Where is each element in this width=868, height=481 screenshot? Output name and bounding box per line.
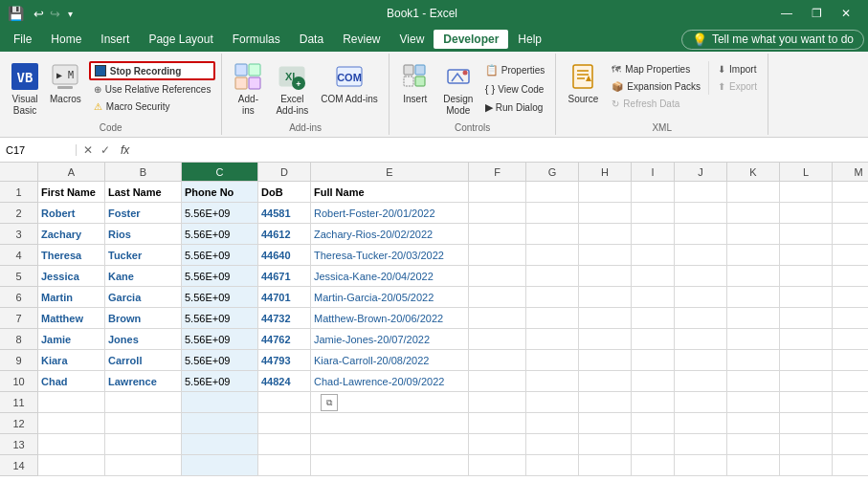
cell-a13[interactable] xyxy=(38,434,105,455)
cell-l14[interactable] xyxy=(780,455,833,476)
row-header-1[interactable]: 1 xyxy=(0,182,38,203)
cell-j1[interactable] xyxy=(675,182,727,203)
minimize-button[interactable]: — xyxy=(771,3,802,24)
cell-h9[interactable] xyxy=(579,350,632,371)
cell-k8[interactable] xyxy=(727,329,780,350)
cell-l13[interactable] xyxy=(780,434,833,455)
col-header-a[interactable]: A xyxy=(38,163,105,182)
col-header-g[interactable]: G xyxy=(526,163,579,182)
menu-formulas[interactable]: Formulas xyxy=(223,30,290,49)
row-header-6[interactable]: 6 xyxy=(0,287,38,308)
menu-insert[interactable]: Insert xyxy=(91,30,139,49)
cell-i14[interactable] xyxy=(632,455,675,476)
cell-f3[interactable] xyxy=(469,224,526,245)
cell-h8[interactable] xyxy=(579,329,632,350)
view-code-button[interactable]: { } View Code xyxy=(480,80,550,98)
stop-recording-button[interactable]: Stop Recording xyxy=(89,61,216,80)
cell-b11[interactable] xyxy=(105,392,182,413)
refresh-data-button[interactable]: ↻ Refresh Data xyxy=(607,96,705,112)
cell-d1[interactable]: DoB xyxy=(258,182,311,203)
cell-i6[interactable] xyxy=(632,287,675,308)
cell-j2[interactable] xyxy=(675,203,727,224)
cell-i1[interactable] xyxy=(632,182,675,203)
cell-l3[interactable] xyxy=(780,224,833,245)
paste-options-icon[interactable]: ⧉ xyxy=(321,394,338,411)
cell-g9[interactable] xyxy=(526,350,579,371)
row-header-11[interactable]: 11 xyxy=(0,392,38,413)
cell-f14[interactable] xyxy=(469,455,526,476)
row-header-13[interactable]: 13 xyxy=(0,434,38,455)
cell-a4[interactable]: Theresa xyxy=(38,245,105,266)
com-add-ins-button[interactable]: COM COM Add-ins xyxy=(316,57,382,109)
cell-k1[interactable] xyxy=(727,182,780,203)
cell-k10[interactable] xyxy=(727,371,780,392)
cell-d5[interactable]: 44671 xyxy=(258,266,311,287)
cell-d7[interactable]: 44732 xyxy=(258,308,311,329)
cell-h1[interactable] xyxy=(579,182,632,203)
cell-m8[interactable] xyxy=(833,329,868,350)
run-dialog-button[interactable]: ▶ Run Dialog xyxy=(480,98,550,117)
cell-b3[interactable]: Rios xyxy=(105,224,182,245)
row-header-10[interactable]: 10 xyxy=(0,371,38,392)
cell-h2[interactable] xyxy=(579,203,632,224)
cell-i3[interactable] xyxy=(632,224,675,245)
cell-j4[interactable] xyxy=(675,245,727,266)
cell-f6[interactable] xyxy=(469,287,526,308)
cell-m5[interactable] xyxy=(833,266,868,287)
col-header-b[interactable]: B xyxy=(105,163,182,182)
cell-d2[interactable]: 44581 xyxy=(258,203,311,224)
cell-f10[interactable] xyxy=(469,371,526,392)
cell-f2[interactable] xyxy=(469,203,526,224)
cell-c12[interactable] xyxy=(182,413,258,434)
cell-f7[interactable] xyxy=(469,308,526,329)
cell-b13[interactable] xyxy=(105,434,182,455)
cell-a14[interactable] xyxy=(38,455,105,476)
col-header-j[interactable]: J xyxy=(675,163,727,182)
add-ins-button[interactable]: Add-ins xyxy=(228,57,268,120)
cell-j5[interactable] xyxy=(675,266,727,287)
cell-c6[interactable]: 5.56E+09 xyxy=(182,287,258,308)
cell-m2[interactable] xyxy=(833,203,868,224)
cell-e3[interactable]: Zachary-Rios-20/02/2022 xyxy=(311,224,469,245)
cell-g12[interactable] xyxy=(526,413,579,434)
cell-h6[interactable] xyxy=(579,287,632,308)
cell-f1[interactable] xyxy=(469,182,526,203)
cell-a12[interactable] xyxy=(38,413,105,434)
cell-h13[interactable] xyxy=(579,434,632,455)
cell-m10[interactable] xyxy=(833,371,868,392)
cell-c4[interactable]: 5.56E+09 xyxy=(182,245,258,266)
col-header-f[interactable]: F xyxy=(469,163,526,182)
cell-i2[interactable] xyxy=(632,203,675,224)
cell-c1[interactable]: Phone No xyxy=(182,182,258,203)
cell-i5[interactable] xyxy=(632,266,675,287)
cell-h7[interactable] xyxy=(579,308,632,329)
cell-e6[interactable]: Martin-Garcia-20/05/2022 xyxy=(311,287,469,308)
cell-g7[interactable] xyxy=(526,308,579,329)
col-header-d[interactable]: D xyxy=(258,163,311,182)
cell-l8[interactable] xyxy=(780,329,833,350)
cell-a3[interactable]: Zachary xyxy=(38,224,105,245)
row-header-12[interactable]: 12 xyxy=(0,413,38,434)
cell-k3[interactable] xyxy=(727,224,780,245)
col-header-l[interactable]: L xyxy=(780,163,833,182)
menu-help[interactable]: Help xyxy=(508,30,551,49)
save-icon[interactable]: 💾 xyxy=(8,6,24,21)
cell-e8[interactable]: Jamie-Jones-20/07/2022 xyxy=(311,329,469,350)
col-header-h[interactable]: H xyxy=(579,163,632,182)
cell-d13[interactable] xyxy=(258,434,311,455)
cell-f5[interactable] xyxy=(469,266,526,287)
cancel-formula-button[interactable]: ✕ xyxy=(80,142,96,158)
map-properties-button[interactable]: 🗺 Map Properties xyxy=(607,61,705,77)
cell-j8[interactable] xyxy=(675,329,727,350)
cell-c2[interactable]: 5.56E+09 xyxy=(182,203,258,224)
menu-developer[interactable]: Developer xyxy=(434,30,508,49)
cell-e5[interactable]: Jessica-Kane-20/04/2022 xyxy=(311,266,469,287)
cell-l11[interactable] xyxy=(780,392,833,413)
cell-b5[interactable]: Kane xyxy=(105,266,182,287)
cell-h11[interactable] xyxy=(579,392,632,413)
cell-d14[interactable] xyxy=(258,455,311,476)
cell-l1[interactable] xyxy=(780,182,833,203)
cell-g14[interactable] xyxy=(526,455,579,476)
cell-c3[interactable]: 5.56E+09 xyxy=(182,224,258,245)
cell-b14[interactable] xyxy=(105,455,182,476)
